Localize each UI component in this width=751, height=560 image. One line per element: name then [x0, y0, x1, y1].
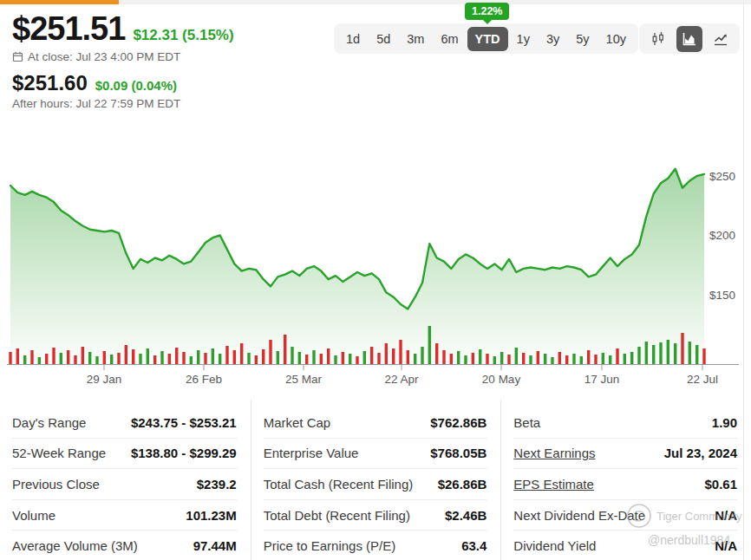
progress-bar-track [0, 0, 751, 4]
stat-label: Dividend Yield [513, 538, 596, 553]
stat-label: Previous Close [12, 477, 100, 492]
stat-row-next-dividend-ex-date: Next Dividend Ex-Date N/A [513, 500, 737, 531]
svg-text:$250: $250 [709, 170, 735, 183]
stat-row-previous-close: Previous Close $239.2 [12, 469, 237, 500]
area-chart-button[interactable] [676, 26, 702, 52]
svg-text:17 Jun: 17 Jun [584, 373, 620, 386]
stat-value: 97.44M [193, 538, 237, 553]
stat-row-average-volume: Average Volume (3M) 97.44M [12, 531, 237, 560]
stock-detail-page: $251.51 $12.31 (5.15%) At close: Jul 23 … [0, 0, 751, 560]
stat-row-price-to-earnings: Price to Earnings (P/E) 63.4 [264, 531, 487, 560]
quote-block: $251.51 $12.31 (5.15%) At close: Jul 23 … [12, 11, 234, 110]
line-chart-button[interactable] [709, 27, 733, 51]
stat-label: Volume [12, 508, 56, 523]
stat-row-beta: Beta 1.90 [513, 407, 737, 439]
after-hours-change: $0.09 (0.04%) [95, 78, 177, 93]
price-change: $12.31 (5.15%) [133, 27, 233, 44]
range-button-3y[interactable]: 3y [539, 27, 567, 51]
svg-text:26 Feb: 26 Feb [186, 373, 222, 386]
stat-row-52-week-range: 52-Week Range $138.80 - $299.29 [12, 439, 237, 470]
stat-row-dividend-yield: Dividend Yield N/A [513, 531, 737, 560]
svg-text:29 Jan: 29 Jan [87, 373, 122, 386]
stat-value: Jul 23, 2024 [664, 446, 737, 460]
stat-row-total-cash: Total Cash (Recent Filing) $26.86B [264, 469, 487, 500]
stat-label: Day's Range [12, 415, 86, 430]
stat-row-market-cap: Market Cap $762.86B [264, 407, 487, 439]
svg-text:$200: $200 [709, 229, 735, 242]
stat-label: Average Volume (3M) [12, 538, 138, 553]
stat-value: $26.86B [438, 477, 487, 492]
stats-column-1: Day's Range $243.75 - $253.21 52-Week Ra… [0, 400, 251, 560]
area-chart-icon [681, 30, 698, 48]
candlestick-chart-button[interactable] [646, 27, 670, 51]
stat-value: 63.4 [461, 538, 487, 553]
stat-label: Total Debt (Recent Filing) [264, 508, 410, 523]
price-chart[interactable]: 29 Jan26 Feb25 Mar22 Apr20 May17 Jun22 J… [0, 160, 751, 399]
range-button-ytd[interactable]: YTD [467, 27, 508, 51]
svg-text:22 Jul: 22 Jul [687, 373, 718, 386]
svg-text:$150: $150 [709, 289, 735, 302]
current-price: $251.51 [12, 11, 125, 48]
ytd-change-badge: 1.22% [465, 3, 509, 20]
svg-text:22 Apr: 22 Apr [384, 373, 419, 386]
stat-label: Price to Earnings (P/E) [264, 538, 396, 553]
stat-value: $762.86B [430, 415, 487, 430]
line-chart-icon [712, 30, 729, 48]
stat-label: Next Dividend Ex-Date [513, 508, 645, 523]
calendar-icon [12, 51, 23, 62]
candlestick-icon [650, 31, 666, 47]
stat-label: 52-Week Range [12, 446, 106, 460]
range-button-3m[interactable]: 3m [399, 27, 432, 51]
stat-value: $138.80 - $299.29 [131, 446, 237, 460]
eps-estimate-link[interactable]: EPS Estimate [513, 477, 594, 492]
range-button-5y[interactable]: 5y [568, 27, 597, 51]
stat-row-days-range: Day's Range $243.75 - $253.21 [12, 407, 237, 439]
stat-value: $768.05B [430, 446, 487, 460]
stat-row-volume: Volume 101.23M [12, 500, 237, 531]
range-button-5d[interactable]: 5d [369, 27, 398, 51]
after-hours-price: $251.60 [12, 71, 88, 95]
stat-value: N/A [715, 538, 737, 553]
stat-value: $2.46B [445, 508, 487, 523]
stats-column-3: Beta 1.90 Next Earnings Jul 23, 2024 EPS… [500, 400, 751, 560]
svg-text:25 Mar: 25 Mar [285, 373, 323, 386]
stat-value: 1.90 [712, 415, 737, 430]
stat-value: $0.61 [704, 477, 737, 492]
stat-value: $239.2 [197, 477, 237, 492]
stat-row-total-debt: Total Debt (Recent Filing) $2.46B [264, 500, 487, 531]
stat-row-next-earnings: Next Earnings Jul 23, 2024 [513, 439, 737, 470]
progress-bar-fill [0, 0, 119, 4]
range-button-10y[interactable]: 10y [598, 27, 634, 51]
stat-label: Market Cap [264, 415, 331, 430]
stats-column-2: Market Cap $762.86B Enterprise Value $76… [251, 400, 501, 560]
range-button-1y[interactable]: 1y [509, 27, 538, 51]
stat-label: Enterprise Value [264, 446, 359, 460]
stat-row-eps-estimate: EPS Estimate $0.61 [513, 469, 737, 500]
at-close-note: At close: Jul 23 4:00 PM EDT [28, 50, 180, 63]
chart-type-selector [639, 23, 740, 54]
range-button-6m[interactable]: 6m [433, 27, 466, 51]
stat-label: Total Cash (Recent Filing) [264, 477, 414, 492]
stats-table: Day's Range $243.75 - $253.21 52-Week Ra… [0, 400, 751, 560]
stat-value: $243.75 - $253.21 [131, 415, 237, 430]
stat-row-enterprise-value: Enterprise Value $768.05B [264, 439, 487, 470]
next-earnings-link[interactable]: Next Earnings [513, 446, 595, 460]
after-hours-note: After hours: Jul 22 7:59 PM EDT [12, 97, 180, 110]
range-button-1d[interactable]: 1d [338, 27, 368, 51]
stat-label: Beta [513, 415, 540, 430]
stat-value: N/A [715, 508, 737, 523]
stat-value: 101.23M [186, 508, 236, 523]
svg-text:20 May: 20 May [482, 373, 521, 386]
